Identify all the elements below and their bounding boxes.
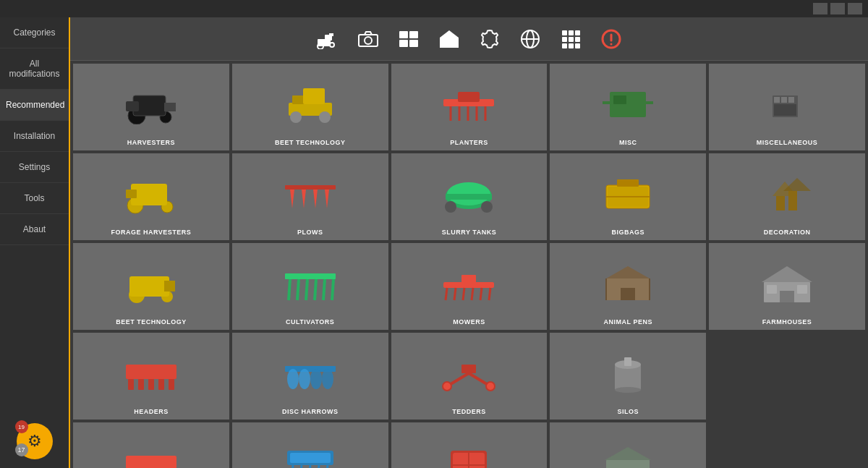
settings-icon[interactable] (477, 26, 503, 52)
svg-line-139 (326, 465, 328, 468)
category-label-miscellaneous: MISCELLANEOUS (757, 139, 818, 146)
tractor-icon[interactable] (315, 26, 341, 52)
category-sheds[interactable]: SHEDS (550, 422, 706, 468)
category-animal-pens[interactable]: ANIMAL PENS (550, 243, 706, 330)
sidebar: CategoriesAll modificationsRecommendedIn… (0, 17, 70, 468)
alert-icon[interactable] (598, 26, 624, 52)
svg-rect-67 (446, 194, 492, 200)
svg-line-88 (332, 279, 333, 300)
svg-point-116 (299, 369, 310, 389)
category-headers[interactable]: HEADERS (73, 333, 229, 420)
category-label-bigbags: BIGBAGS (612, 229, 645, 236)
category-plows[interactable]: PLOWS (232, 153, 388, 240)
svg-rect-81 (164, 281, 175, 292)
category-label-beet-technology-2: BEET TECHNOLOGY (116, 318, 187, 326)
category-image-miscellaneous (712, 69, 862, 136)
category-decoration[interactable]: DECORATION (709, 153, 865, 240)
sidebar-item-all-modifications[interactable]: All modifications (0, 48, 69, 90)
content-area: HARVESTERSBEET TECHNOLOGYPLANTERSMISCMIS… (70, 17, 868, 468)
svg-rect-23 (562, 43, 567, 48)
category-tedders[interactable]: TEDDERS (391, 333, 548, 420)
svg-rect-22 (575, 37, 580, 42)
svg-line-138 (318, 465, 319, 468)
category-cultivators[interactable]: CULTIVATORS (232, 243, 388, 330)
category-slurry-tanks[interactable]: SLURRY TANKS (391, 153, 548, 240)
svg-rect-104 (780, 291, 794, 302)
svg-rect-113 (169, 379, 174, 390)
category-image-misc (553, 69, 703, 136)
badge-19: 19 (15, 420, 28, 433)
globe-icon[interactable] (517, 26, 543, 52)
svg-rect-106 (797, 285, 807, 294)
category-label-cultivators: CULTIVATORS (286, 318, 334, 326)
maximize-button[interactable] (830, 3, 845, 14)
svg-rect-108 (126, 365, 176, 379)
category-forage-harvesters[interactable]: FORAGE HARVESTERS (73, 153, 229, 240)
category-image-slurry-tanks (394, 159, 545, 226)
grid-view-icon[interactable] (396, 26, 422, 52)
category-seeders[interactable]: SEEDERS (232, 422, 388, 468)
svg-point-115 (287, 369, 299, 389)
svg-rect-48 (613, 95, 626, 104)
camera-icon[interactable] (355, 26, 381, 52)
svg-rect-53 (781, 97, 787, 103)
svg-line-91 (454, 288, 456, 300)
category-bigbags[interactable]: BIGBAGS (550, 153, 706, 240)
sidebar-item-tools[interactable]: Tools (0, 183, 69, 214)
category-label-farmhouses: FARMHOUSES (762, 318, 812, 326)
svg-rect-46 (458, 92, 480, 102)
svg-point-2 (330, 43, 334, 47)
category-harvesters[interactable]: HARVESTERS (73, 64, 229, 150)
category-baling-technology[interactable]: BALING TECHNOLOGY (391, 422, 548, 468)
sidebar-item-recommended[interactable]: Recommended (0, 90, 69, 121)
category-image-farmhouses (712, 249, 862, 315)
category-beet-technology-2[interactable]: BEET TECHNOLOGY (73, 243, 229, 330)
svg-rect-60 (285, 185, 336, 190)
sidebar-item-categories[interactable]: Categories (0, 17, 69, 48)
category-image-silos (553, 339, 703, 405)
category-label-decoration: DECORATION (764, 229, 811, 236)
svg-line-137 (309, 465, 310, 468)
category-disc-harrows[interactable]: DISC HARROWS (232, 333, 388, 420)
badge-17: 17 (15, 443, 28, 456)
svg-rect-19 (575, 30, 580, 35)
category-image-planters (394, 69, 545, 136)
category-silos[interactable]: SILOS (550, 333, 706, 420)
apps-icon[interactable] (558, 26, 584, 52)
svg-line-135 (292, 465, 293, 468)
svg-point-69 (481, 201, 493, 213)
svg-rect-73 (617, 179, 639, 187)
svg-point-118 (322, 369, 333, 389)
svg-marker-98 (606, 266, 650, 278)
category-miscellaneous[interactable]: MISCELLANEOUS (709, 64, 865, 150)
category-image-plows (235, 159, 386, 226)
sidebar-footer: ⚙ 19 17 (0, 417, 69, 468)
category-farmhouses[interactable]: FARMHOUSES (709, 243, 865, 330)
svg-line-86 (315, 279, 316, 300)
categories-grid[interactable]: HARVESTERSBEET TECHNOLOGYPLANTERSMISCMIS… (70, 61, 868, 468)
sidebar-item-settings[interactable]: Settings (0, 152, 69, 183)
category-label-forage-harvesters: FORAGE HARVESTERS (111, 229, 191, 236)
category-misc[interactable]: MISC (550, 64, 706, 150)
category-forage-harvester-headers[interactable]: FORAGE HARVESTER HEADERS (73, 422, 229, 468)
category-label-silos: SILOS (618, 408, 639, 415)
sidebar-item-installation[interactable]: Installation (0, 121, 69, 152)
svg-rect-17 (562, 30, 567, 35)
close-button[interactable] (848, 3, 862, 14)
main-layout: CategoriesAll modificationsRecommendedIn… (0, 17, 868, 468)
category-label-tedders: TEDDERS (452, 408, 486, 415)
svg-rect-20 (562, 37, 567, 42)
svg-point-13 (487, 36, 493, 42)
svg-line-93 (472, 288, 473, 300)
category-beet-technology[interactable]: BEET TECHNOLOGY (232, 64, 388, 150)
category-mowers[interactable]: MOWERS (391, 243, 548, 330)
svg-rect-119 (461, 365, 476, 373)
svg-rect-82 (285, 273, 336, 279)
svg-line-136 (300, 465, 302, 468)
sidebar-item-abaut[interactable]: Abaut (0, 214, 69, 245)
minimize-button[interactable] (813, 3, 827, 14)
category-planters[interactable]: PLANTERS (391, 64, 548, 150)
category-image-animal-pens (553, 249, 703, 315)
barn-icon[interactable] (436, 26, 462, 52)
svg-line-84 (297, 279, 299, 300)
